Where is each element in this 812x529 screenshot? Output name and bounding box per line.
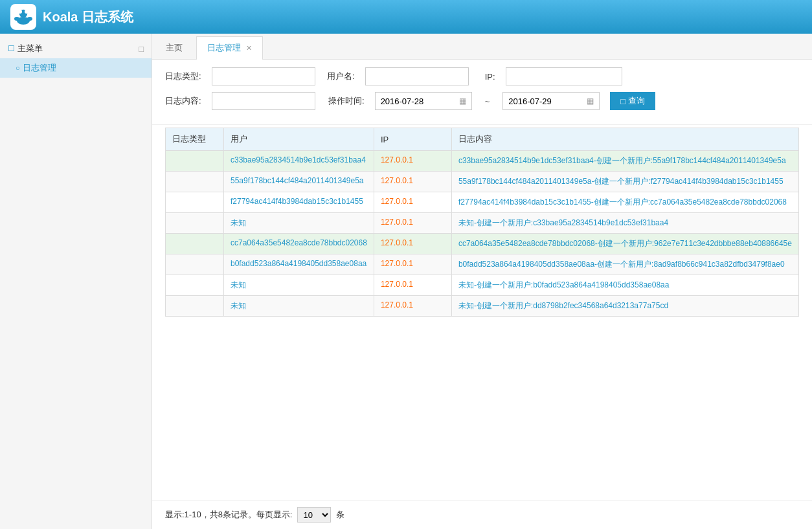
table-row: 未知127.0.0.1未知-创建一个新用户:dd8798b2fec34568a6… [166, 296, 799, 317]
header: Koala 日志系统 [0, 0, 812, 34]
main-content: 主页 日志管理 ✕ 日志类型: 用户名: IP: 日志内容: 操作时间: [152, 34, 812, 529]
log-content-input[interactable] [212, 92, 315, 110]
calendar-end-icon: ▦ [587, 96, 594, 106]
tab-close-icon[interactable]: ✕ [246, 44, 252, 52]
pagination-unit: 条 [336, 509, 344, 521]
table-row: 未知127.0.0.1未知-创建一个新用户:c33bae95a2834514b9… [166, 213, 799, 234]
cell-log-content: 未知-创建一个新用户:b0fadd523a864a4198405dd358ae0… [451, 275, 798, 296]
cell-ip: 127.0.0.1 [374, 213, 451, 234]
filter-row-2: 日志内容: 操作时间: 2016-07-28 ▦ ~ 2016-07-29 ▦ … [165, 92, 799, 110]
filter-row-1: 日志类型: 用户名: IP: [165, 67, 799, 85]
cell-log-type [166, 172, 224, 192]
sidebar-expand-icon: □ [139, 44, 144, 54]
col-ip: IP [374, 128, 451, 151]
col-user: 用户 [224, 128, 374, 151]
table-row: cc7a064a35e5482ea8cde78bbdc02068127.0.0.… [166, 234, 799, 254]
cell-ip: 127.0.0.1 [374, 275, 451, 296]
tab-log-management-label: 日志管理 [207, 43, 241, 52]
logo: Koala 日志系统 [10, 4, 133, 30]
sidebar-menu-label: 主菜单 [17, 43, 43, 54]
table-row: f27794ac414f4b3984dab15c3c1b1455127.0.0.… [166, 192, 799, 213]
cell-log-content: c33bae95a2834514b9e1dc53ef31baa4-创建一个新用户… [451, 151, 798, 172]
date-end-picker[interactable]: 2016-07-29 ▦ [502, 92, 600, 110]
cell-log-type [166, 192, 224, 213]
calendar-start-icon: ▦ [459, 96, 466, 106]
ip-input[interactable] [506, 67, 622, 85]
date-start-picker[interactable]: 2016-07-28 ▦ [375, 92, 472, 110]
table-container: 日志类型 用户 IP 日志内容 c33bae95a28345 [152, 125, 812, 500]
table-row: 55a9f178bc144cf484a2011401349e5a127.0.0.… [166, 172, 799, 192]
log-table: 日志类型 用户 IP 日志内容 c33bae95a28345 [165, 128, 799, 317]
sidebar-item-label: 日志管理 [23, 62, 56, 74]
table-row: b0fadd523a864a4198405dd358ae08aa127.0.0.… [166, 254, 799, 275]
cell-log-type [166, 275, 224, 296]
cell-log-content: 未知-创建一个新用户:dd8798b2fec34568a64d3213a77a7… [451, 296, 798, 317]
menu-checkbox-icon: ☐ [8, 44, 15, 53]
ip-label: IP: [479, 72, 495, 82]
col-log-content: 日志内容 [451, 128, 798, 151]
cell-user: 未知 [224, 213, 374, 234]
logo-icon [10, 4, 36, 30]
cell-user: f27794ac414f4b3984dab15c3c1b1455 [224, 192, 374, 213]
table-row: 未知127.0.0.1未知-创建一个新用户:b0fadd523a864a4198… [166, 275, 799, 296]
cell-log-type [166, 151, 224, 172]
search-btn-label: 查询 [628, 95, 645, 107]
cell-user: cc7a064a35e5482ea8cde78bbdc02068 [224, 234, 374, 254]
cell-log-content: b0fadd523a864a4198405dd358ae08aa-创建一个新用户… [451, 254, 798, 275]
cell-ip: 127.0.0.1 [374, 296, 451, 317]
svg-point-4 [14, 17, 19, 21]
cell-user: b0fadd523a864a4198405dd358ae08aa [224, 254, 374, 275]
cell-user: c33bae95a2834514b9e1dc53ef31baa4 [224, 151, 374, 172]
cell-log-content: 未知-创建一个新用户:c33bae95a2834514b9e1dc53ef31b… [451, 213, 798, 234]
date-start-value: 2016-07-28 [381, 96, 424, 106]
operation-time-label: 操作时间: [326, 95, 365, 107]
date-separator: ~ [482, 96, 493, 106]
tab-home-label: 主页 [166, 43, 183, 52]
search-btn-icon: □ [620, 96, 626, 106]
cell-ip: 127.0.0.1 [374, 151, 451, 172]
sidebar-item-log-management[interactable]: ○ 日志管理 [0, 58, 152, 78]
cell-user: 未知 [224, 275, 374, 296]
cell-log-content: f27794ac414f4b3984dab15c3c1b1455-创建一个新用户… [451, 192, 798, 213]
tabs-bar: 主页 日志管理 ✕ [152, 34, 812, 60]
col-log-type: 日志类型 [166, 128, 224, 151]
log-type-label: 日志类型: [165, 71, 201, 82]
filter-form: 日志类型: 用户名: IP: 日志内容: 操作时间: 2016-07-28 ▦ … [152, 60, 812, 125]
cell-log-content: 55a9f178bc144cf484a2011401349e5a-创建一个新用户… [451, 172, 798, 192]
cell-ip: 127.0.0.1 [374, 254, 451, 275]
cell-log-type [166, 213, 224, 234]
cell-ip: 127.0.0.1 [374, 192, 451, 213]
cell-ip: 127.0.0.1 [374, 172, 451, 192]
cell-log-type [166, 254, 224, 275]
cell-user: 未知 [224, 296, 374, 317]
cell-log-type [166, 296, 224, 317]
sidebar: ☐ 主菜单 □ ○ 日志管理 [0, 34, 152, 529]
log-content-label: 日志内容: [165, 95, 201, 107]
search-button[interactable]: □ 查询 [610, 92, 655, 110]
svg-point-2 [25, 10, 28, 14]
tab-home[interactable]: 主页 [155, 36, 194, 59]
sidebar-item-icon: ○ [16, 64, 20, 72]
page-size-select[interactable]: 102050100 [297, 507, 331, 523]
date-end-value: 2016-07-29 [508, 96, 552, 106]
svg-point-1 [18, 10, 22, 14]
app-title: Koala 日志系统 [43, 8, 133, 26]
main-layout: ☐ 主菜单 □ ○ 日志管理 主页 日志管理 ✕ 日志类型: 用户名: [0, 34, 812, 529]
sidebar-menu-header: ☐ 主菜单 □ [0, 39, 152, 58]
user-label: 用户名: [326, 71, 355, 82]
table-row: c33bae95a2834514b9e1dc53ef31baa4127.0.0.… [166, 151, 799, 172]
svg-point-5 [27, 17, 32, 21]
log-type-input[interactable] [212, 67, 315, 85]
tab-log-management[interactable]: 日志管理 ✕ [196, 36, 263, 60]
cell-log-content: cc7a064a35e5482ea8cde78bbdc02068-创建一个新用户… [451, 234, 798, 254]
table-header-row: 日志类型 用户 IP 日志内容 [166, 128, 799, 151]
user-input[interactable] [365, 67, 469, 85]
pagination: 显示:1-10，共8条记录。每页显示: 102050100 条 [152, 500, 812, 529]
cell-user: 55a9f178bc144cf484a2011401349e5a [224, 172, 374, 192]
cell-ip: 127.0.0.1 [374, 234, 451, 254]
cell-log-type [166, 234, 224, 254]
pagination-text: 显示:1-10，共8条记录。每页显示: [165, 509, 292, 521]
